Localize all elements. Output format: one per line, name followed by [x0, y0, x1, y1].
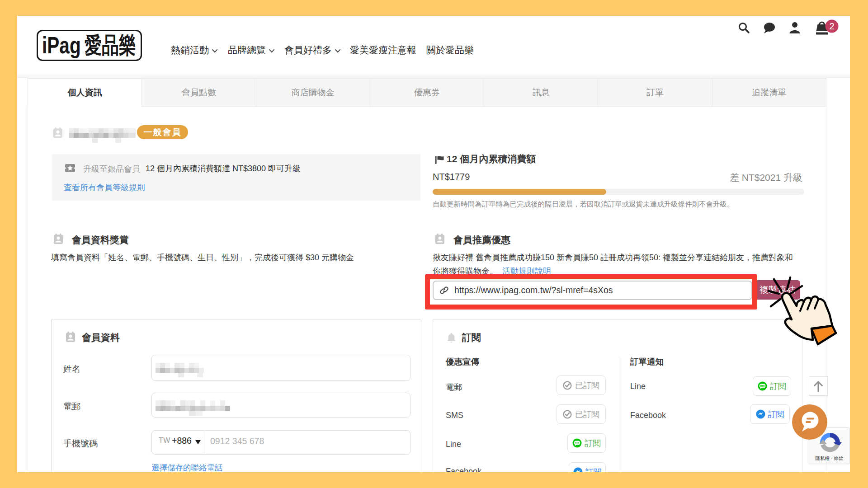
- svg-text:2: 2: [829, 21, 834, 31]
